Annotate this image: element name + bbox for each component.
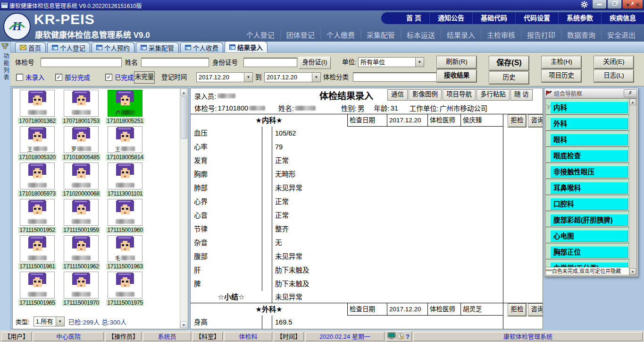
menu-bottom-item[interactable]: 个人登记 (241, 30, 280, 40)
checkbox-box[interactable]: ✓ (55, 74, 62, 81)
item-value[interactable]: 正常 (272, 209, 503, 222)
nav-item-label[interactable]: 非接触性眼压 (550, 166, 628, 178)
patient-card[interactable]: 171115001960 (104, 199, 146, 235)
computer-icon[interactable] (387, 332, 396, 341)
nav-item[interactable]: 心电图 (546, 227, 629, 243)
scrollbar-thumb[interactable] (181, 96, 187, 139)
tab-list-dropdown-icon[interactable]: ▾ (627, 1, 630, 9)
item-value[interactable]: 肋下未触及 (272, 277, 503, 291)
patient-list-scrollbar[interactable]: ▲ ▼ (180, 89, 187, 328)
tab-close-icon[interactable]: ✕ (635, 1, 640, 9)
patient-photo-box[interactable]: 王 (20, 126, 55, 153)
patient-card[interactable]: 171115001959 (60, 199, 102, 235)
patient-photo-box[interactable] (20, 272, 55, 299)
menu-bottom-item[interactable]: 个人缴费 (320, 30, 360, 40)
form-tool-button[interactable]: 多行粘贴 (477, 89, 510, 101)
form-tool-button[interactable]: 通信 (387, 89, 408, 101)
item-value[interactable]: 无畸形 (272, 168, 503, 181)
patient-card[interactable]: 171115001975 (104, 272, 146, 308)
item-value[interactable]: 整齐 (272, 222, 503, 236)
tab-item[interactable]: 首页 (15, 42, 46, 52)
exam-doctor-value[interactable]: 胡灵芝 (460, 303, 503, 316)
restore-button[interactable] (607, 0, 622, 9)
item-value[interactable]: 正常 (272, 195, 503, 209)
scroll-up-icon[interactable]: ▲ (180, 89, 187, 96)
chevron-down-icon[interactable]: ▼ (312, 73, 320, 82)
nav-close-icon[interactable]: ✗ (624, 89, 637, 97)
menu-top-item[interactable]: 疾病信息 (601, 12, 644, 24)
patient-photo-box[interactable] (64, 90, 99, 117)
nav-item[interactable]: 口腔科 (546, 195, 629, 211)
reject-button[interactable]: 拒检 (508, 304, 526, 316)
tab-active[interactable]: 结果录入 (225, 41, 268, 52)
patient-card[interactable]: 王171018005320 (16, 126, 59, 162)
patient-card[interactable]: 171115001965 (16, 272, 59, 308)
patient-photo-box[interactable] (20, 162, 55, 189)
scroll-down-icon[interactable]: ▼ (629, 268, 636, 275)
exam-date-value[interactable]: 2017.12.20 (387, 303, 427, 316)
status-checkbox[interactable]: 未录入 (16, 71, 45, 83)
nav-item[interactable]: 耳鼻喉科 (546, 179, 629, 195)
patient-photo-box[interactable]: 王 (108, 126, 142, 153)
menu-bottom-item[interactable]: 安全退出 (601, 30, 641, 40)
unit-select[interactable]: 所有单位 ▼ (358, 57, 424, 67)
nav-item[interactable]: ☞内科 (546, 99, 629, 115)
reject-button[interactable]: 拒检 (508, 115, 526, 127)
menu-bottom-item[interactable]: 主检审核 (481, 30, 521, 40)
action-button[interactable]: 刷新(R) (437, 56, 477, 68)
summary-value[interactable]: 未见异常 (272, 291, 503, 303)
nav-item[interactable]: 眼科 (546, 131, 629, 147)
item-value[interactable]: 未见异常 (272, 250, 503, 264)
item-value[interactable]: 无 (272, 236, 503, 250)
nav-panel-titlebar[interactable]: 组合导航框 ✗ (544, 88, 638, 98)
patient-card[interactable]: 170718001753 (60, 90, 102, 126)
patient-card[interactable]: 毛171115001963 (104, 235, 146, 271)
patient-photo-box[interactable]: 罗 (64, 126, 99, 153)
help-icon[interactable]: ? (405, 333, 410, 340)
chevron-down-icon[interactable]: ▼ (56, 317, 64, 326)
item-value[interactable]: 169.5 (272, 316, 503, 329)
nav-item-label[interactable]: 耳鼻喉科 (550, 182, 628, 194)
nav-item-label[interactable]: 腹部彩超(肝胆胰脾) (550, 214, 628, 226)
chevron-down-icon[interactable]: ▼ (415, 58, 424, 67)
incomplete-count-button[interactable]: 未完量 (134, 71, 155, 84)
patient-card[interactable]: 171020000068 (60, 162, 102, 198)
nav-item-label[interactable]: 心电图 (550, 230, 628, 242)
patient-photo-box[interactable] (20, 90, 55, 117)
action-button[interactable]: 项目历史 (542, 70, 581, 82)
scroll-down-icon[interactable]: ▼ (180, 321, 187, 328)
menu-top-item[interactable]: 基础代码 (472, 12, 515, 24)
nav-item[interactable]: 血常规(五分类) (546, 259, 629, 267)
patient-photo-box[interactable] (108, 162, 142, 189)
item-value[interactable]: 肋下未触及 (272, 264, 503, 277)
id-no-input[interactable] (243, 58, 297, 67)
tab-item[interactable]: 个人收费 (180, 42, 223, 52)
action-button[interactable]: 历史 (489, 72, 529, 84)
nav-item-label[interactable]: 眼科 (550, 134, 628, 145)
patient-photo-box[interactable]: 毛 (108, 235, 142, 262)
consult-button[interactable]: 咨询 (528, 304, 543, 316)
function-list-strip[interactable]: 功能列表 (0, 42, 11, 331)
tab-item[interactable]: 个人登记 (47, 42, 90, 52)
patient-card[interactable]: 171115001970 (60, 272, 102, 308)
action-button[interactable]: 保存(S) (489, 56, 529, 70)
nav-item-label[interactable]: 内科 (550, 102, 628, 113)
clock-icon[interactable] (397, 333, 404, 341)
date-to-select[interactable]: 2017.12.20 ▼ (264, 72, 321, 82)
menu-bottom-item[interactable]: 结果录入 (441, 30, 481, 40)
nav-scrollbar[interactable]: ▲ ▼ (629, 99, 636, 275)
nav-item-label[interactable]: 口腔科 (550, 198, 628, 210)
patient-card[interactable]: 罗171018005485 (60, 126, 102, 162)
nav-item-label[interactable]: 眼底检查 (550, 150, 628, 162)
item-value[interactable]: 105/62 (272, 127, 503, 140)
action-button[interactable]: 关闭(E) (594, 56, 634, 68)
tab-item[interactable]: 个人预约 (92, 42, 134, 52)
nav-item[interactable]: 胸部正位 (546, 243, 629, 259)
patient-photo-box[interactable] (64, 162, 99, 189)
id-card-button[interactable]: 身份证(I) (299, 57, 331, 69)
exam-date-value[interactable]: 2017.12.20 (387, 114, 427, 127)
minimize-button[interactable]: ▬ (592, 0, 607, 9)
scroll-up-icon[interactable]: ▲ (629, 99, 636, 105)
patient-card[interactable]: 170718001362 (16, 90, 59, 126)
checkbox-box[interactable] (16, 74, 23, 81)
